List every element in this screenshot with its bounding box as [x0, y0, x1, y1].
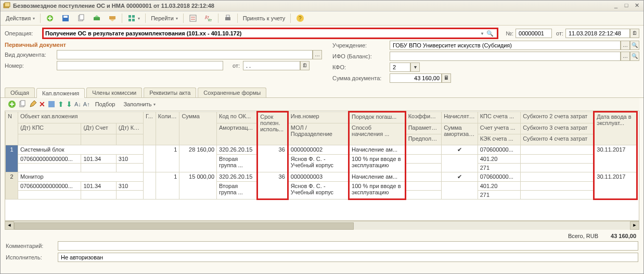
col-mol[interactable]: МОЛ / Подразделение — [288, 123, 349, 145]
ifo-label: ИФО (Баланс): — [332, 53, 390, 59]
col-sposob[interactable]: Способ начисления ... — [349, 123, 406, 145]
moves-icon[interactable] — [186, 13, 200, 23]
col-kek[interactable]: КЭК счета ... — [478, 134, 521, 145]
grid-props-icon[interactable] — [47, 100, 56, 108]
col-date[interactable]: Дата ввода в эксплуат... — [594, 112, 637, 145]
dtkt-icon[interactable]: ДтКт — [201, 13, 216, 23]
grid-select-button[interactable]: Подбор — [92, 100, 119, 108]
tab-forms[interactable]: Сохраненные формы — [198, 88, 266, 97]
grid-add-icon[interactable] — [8, 100, 16, 108]
grid-fill-menu[interactable]: Заполнить▾ — [120, 100, 159, 108]
num-label: №: — [506, 30, 513, 36]
tab-commission[interactable]: Члены комиссии — [86, 88, 142, 97]
executor-input[interactable] — [58, 253, 638, 262]
svg-rect-12 — [132, 19, 135, 21]
col-sub2[interactable]: Субконто 2 счета затрат — [521, 112, 594, 123]
grid-delete-icon[interactable]: ✕ — [39, 100, 45, 108]
col-nach[interactable]: Начислять ... — [442, 112, 478, 123]
operation-label: Операция: — [5, 30, 42, 36]
executor-label: Исполнитель: — [6, 254, 58, 260]
svg-rect-10 — [132, 15, 135, 18]
calendar-icon[interactable]: 🗓 — [630, 29, 639, 38]
unpost-icon[interactable] — [105, 13, 120, 23]
number2-calendar-icon[interactable]: 🗓 — [300, 61, 310, 70]
col-por[interactable]: Порядок погаш... — [349, 112, 406, 123]
col-srok[interactable]: Срок полезн. исполь... — [257, 112, 288, 145]
tab-act[interactable]: Реквизиты акта — [144, 88, 196, 97]
help-icon[interactable]: ? — [293, 13, 307, 23]
comment-input[interactable] — [58, 241, 638, 251]
save-icon[interactable] — [58, 13, 73, 23]
col-gu[interactable]: Г... — [143, 112, 156, 145]
go-menu[interactable]: Перейти▾ — [148, 14, 181, 22]
sum-input[interactable]: 43 160,00 — [390, 73, 442, 83]
col-sum[interactable]: Сумма — [179, 112, 217, 145]
col-sub3[interactable]: Субконто 3 счета затрат — [521, 123, 594, 134]
col-amort[interactable]: Амортизац... — [217, 123, 257, 145]
table-row[interactable]: 070600000000000... 101.34 310 Вторая гру… — [6, 182, 637, 191]
close-button[interactable]: ✕ — [632, 2, 641, 9]
col-inv[interactable]: Инв.номер — [288, 112, 349, 123]
col-sub4[interactable]: Субконто 4 счета затрат — [521, 134, 594, 145]
col-qty[interactable]: Колич... — [156, 112, 179, 145]
kfo-label: КФО: — [332, 64, 390, 70]
minimize-button[interactable]: _ — [611, 2, 621, 9]
post-icon[interactable] — [89, 13, 104, 23]
grid-edit-icon[interactable] — [29, 100, 37, 108]
grid-sort-desc-icon[interactable]: A↑ — [83, 101, 90, 107]
number2-date-input[interactable] — [243, 61, 300, 70]
num-input[interactable] — [516, 29, 552, 38]
org-pick-icon[interactable]: … — [621, 41, 630, 50]
operation-select[interactable]: Получение ОС в результате разукомплектов… — [42, 28, 498, 39]
ifo-input[interactable] — [390, 52, 621, 61]
col-okof[interactable]: Код по ОК... — [217, 112, 257, 123]
date-input[interactable] — [565, 29, 630, 38]
ifo-search-icon[interactable]: 🔍 — [630, 52, 639, 61]
table-row[interactable]: 2 Монитор 1 15 000,00 320.26.20.15 36 00… — [6, 172, 637, 182]
grid-up-icon[interactable]: ⬆ — [58, 100, 64, 108]
doc-type-input[interactable] — [57, 50, 313, 59]
col-sumam[interactable]: Сумма амортизации — [442, 123, 478, 145]
col-param[interactable]: Параметр ... — [405, 123, 441, 134]
number2-from-label: от: — [233, 63, 240, 69]
table-row[interactable]: 070600000000000... 101.34 310 Вторая гру… — [6, 155, 637, 164]
accept-button[interactable]: Принять к учету — [240, 14, 289, 22]
tab-general[interactable]: Общая — [5, 88, 35, 97]
grid-down-icon[interactable]: ⬇ — [66, 100, 72, 108]
grid-copy-icon[interactable] — [18, 100, 27, 108]
col-pred[interactable]: Предполаг... — [405, 134, 441, 145]
svg-rect-22 — [21, 101, 25, 106]
structure-icon[interactable]: ▾ — [124, 13, 143, 23]
grid-scrollbar[interactable]: ◄ ► — [5, 221, 639, 230]
ifo-pick-icon[interactable]: … — [621, 52, 630, 61]
kfo-input[interactable] — [390, 63, 410, 72]
maximize-button[interactable]: □ — [622, 2, 631, 9]
col-kps-dt[interactable]: (Дт) КПС — [18, 123, 81, 134]
doc-type-pick-icon[interactable]: … — [313, 50, 322, 59]
number2-input[interactable] — [57, 61, 223, 70]
col-n[interactable]: N — [6, 112, 18, 145]
document-window: Безвозмездное поступление ОС и НМА 00000… — [0, 0, 644, 274]
doc-type-label: Вид документа: — [5, 52, 57, 58]
copy-icon[interactable] — [74, 13, 88, 23]
col-kps[interactable]: КПС счета ... — [478, 112, 521, 123]
col-koef[interactable]: Коэффици... — [405, 112, 441, 123]
grid-sort-asc-icon[interactable]: A↓ — [74, 101, 81, 107]
col-obj[interactable]: Объект кап.вложения — [18, 112, 143, 123]
org-input[interactable] — [390, 41, 621, 50]
col-acc[interactable]: Счет учета ... — [478, 123, 521, 134]
tab-kapvlozheniya[interactable]: Кап.вложения — [36, 88, 85, 98]
col-acc-dt[interactable]: (Дт) Счет — [81, 123, 116, 134]
actions-menu[interactable]: Действия▾ — [3, 14, 38, 22]
svg-text:?: ? — [299, 16, 302, 21]
add-icon[interactable] — [43, 13, 57, 23]
kfo-dropdown-icon[interactable]: ▾ — [410, 63, 420, 72]
col-kek-dt[interactable]: (Дт) КЭК — [116, 123, 143, 134]
org-search-icon[interactable]: 🔍 — [630, 41, 639, 50]
svg-rect-7 — [94, 17, 100, 20]
calc-icon[interactable]: 🖩 — [442, 73, 451, 83]
svg-rect-16 — [225, 17, 230, 20]
table-row[interactable]: 1 Системный блок 1 28 160,00 320.26.20.1… — [6, 145, 637, 155]
print-icon[interactable] — [221, 13, 235, 23]
primary-doc-section: Первичный документ — [5, 42, 322, 48]
